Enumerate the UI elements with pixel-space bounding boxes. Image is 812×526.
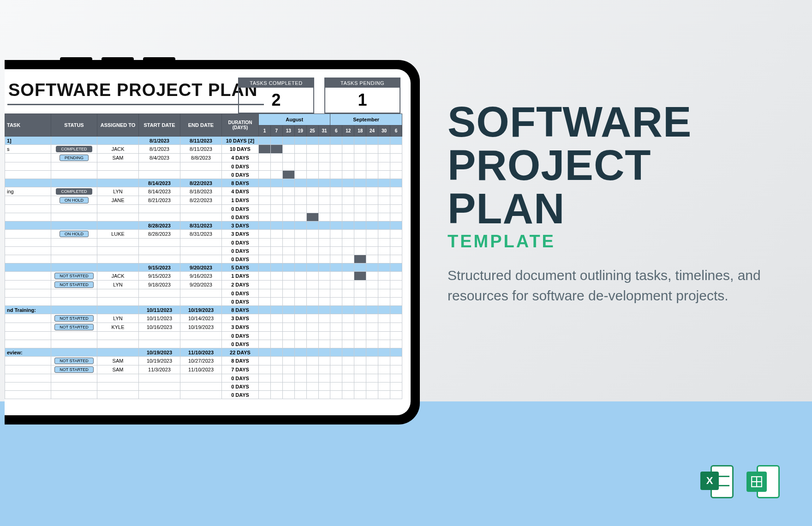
group-header: nd Training:10/11/202310/19/20238 DAYS: [5, 306, 402, 314]
table-row: PENDINGSAM8/4/20238/8/20234 DAYS: [5, 154, 402, 162]
col-task: TASK: [5, 114, 51, 137]
table-row: 0 DAYS: [5, 332, 402, 340]
status-pill: NOT STARTED: [54, 273, 94, 279]
promo-title-line2: PROJECT: [448, 145, 761, 185]
excel-icon: X: [700, 465, 734, 498]
kpi-value: 1: [325, 88, 400, 113]
kpi-label: TASKS PENDING: [325, 78, 400, 88]
status-pill: NOT STARTED: [54, 366, 94, 373]
col-start: START DATE: [139, 114, 180, 137]
gantt-bar: [259, 145, 270, 153]
table-row: 0 DAYS: [5, 298, 402, 306]
status-pill: NOT STARTED: [54, 358, 94, 364]
col-status: STATUS: [51, 114, 97, 137]
day-col-7: 12: [342, 126, 354, 137]
status-pill: PENDING: [60, 155, 89, 161]
group-header: 8/14/20238/22/20238 DAYS: [5, 179, 402, 187]
group-header: 9/15/20239/20/20235 DAYS: [5, 263, 402, 272]
col-duration: DURATION (DAYS): [222, 114, 259, 137]
title-underline: [7, 104, 264, 105]
status-pill: NOT STARTED: [54, 315, 94, 322]
gantt-bar: [283, 171, 294, 179]
group-header: eview:10/19/202311/10/202322 DAYS: [5, 348, 402, 357]
kpi-panel: TASKS COMPLETED 2 TASKS PENDING 1: [238, 78, 400, 114]
status-pill: COMPLETED: [56, 188, 92, 195]
table-row: 0 DAYS: [5, 171, 402, 179]
table-row: sCOMPLETEDJACK8/1/20238/11/202310 DAYS: [5, 145, 402, 154]
status-pill: ON HOLD: [60, 231, 89, 237]
gantt-bar: [307, 213, 318, 221]
day-col-0: 1: [259, 126, 271, 137]
table-row: ON HOLDJANE8/21/20238/22/20231 DAYS: [5, 196, 402, 205]
promo-description: Structured document outlining tasks, tim…: [448, 265, 761, 306]
kpi-value: 2: [239, 88, 313, 113]
table-row: 0 DAYS: [5, 391, 402, 399]
table-row: 0 DAYS: [5, 289, 402, 298]
status-pill: NOT STARTED: [54, 281, 94, 288]
day-col-9: 24: [366, 126, 378, 137]
tablet-hardware-buttons: [60, 55, 185, 60]
promo-title-line1: SOFTWARE: [448, 102, 761, 142]
gantt-bar: [354, 255, 366, 263]
google-sheets-icon: [746, 465, 780, 498]
table-row: NOT STARTEDSAM11/3/202311/10/20237 DAYS: [5, 365, 402, 374]
table-row: NOT STARTEDLYN9/18/20239/20/20232 DAYS: [5, 281, 402, 289]
day-col-1: 7: [270, 126, 282, 137]
kpi-label: TASKS COMPLETED: [239, 78, 313, 88]
status-pill: ON HOLD: [60, 197, 89, 203]
status-pill: COMPLETED: [56, 146, 92, 152]
table-row: NOT STARTEDLYN10/11/202310/14/20233 DAYS: [5, 314, 402, 323]
table-row: ON HOLDLUKE8/28/20238/31/20233 DAYS: [5, 230, 402, 239]
table-row: 0 DAYS: [5, 205, 402, 213]
day-col-6: 6: [330, 126, 342, 137]
day-col-4: 25: [306, 126, 318, 137]
group-header: 8/28/20238/31/20233 DAYS: [5, 221, 402, 230]
day-col-8: 18: [354, 126, 366, 137]
group-header: 1]8/1/20238/11/202310 DAYS [2]: [5, 137, 402, 145]
promo-text: SOFTWARE PROJECT PLAN TEMPLATE Structure…: [448, 102, 761, 306]
grid-icon: [751, 476, 763, 488]
gantt-bar: [271, 145, 282, 153]
day-col-3: 19: [294, 126, 306, 137]
table-row: ingCOMPLETEDLYN8/14/20238/18/20234 DAYS: [5, 187, 402, 196]
table-row: NOT STARTEDSAM10/19/202310/27/20238 DAYS: [5, 357, 402, 365]
app-icons: X: [700, 465, 780, 498]
promo-title-line3: PLAN: [448, 188, 761, 229]
day-col-10: 30: [378, 126, 390, 137]
table-row: NOT STARTEDKYLE10/16/202310/19/20233 DAY…: [5, 323, 402, 332]
status-pill: NOT STARTED: [54, 324, 94, 330]
col-end: END DATE: [180, 114, 222, 137]
plan-table: TASK STATUS ASSIGNED TO START DATE END D…: [5, 114, 402, 399]
table-row: NOT STARTEDJACK9/15/20239/16/20231 DAYS: [5, 272, 402, 281]
kpi-completed: TASKS COMPLETED 2: [238, 78, 314, 114]
table-row: 0 DAYS: [5, 213, 402, 221]
promo-subtitle: TEMPLATE: [448, 232, 761, 251]
tablet-mockup: SOFTWARE PROJECT PLAN TASKS COMPLETED 2 …: [5, 60, 420, 424]
header-row-months: TASK STATUS ASSIGNED TO START DATE END D…: [5, 114, 402, 126]
table-row: 0 DAYS: [5, 374, 402, 383]
kpi-pending: TASKS PENDING 1: [324, 78, 400, 114]
gantt-bar: [354, 272, 366, 280]
month-august: August: [259, 114, 330, 126]
screen: SOFTWARE PROJECT PLAN TASKS COMPLETED 2 …: [5, 69, 411, 415]
table-row: 0 DAYS: [5, 247, 402, 255]
table-row: 0 DAYS: [5, 162, 402, 171]
table-row: 0 DAYS: [5, 239, 402, 247]
table-row: 0 DAYS: [5, 340, 402, 348]
day-col-5: 31: [318, 126, 330, 137]
table-row: 0 DAYS: [5, 383, 402, 391]
col-assigned: ASSIGNED TO: [97, 114, 139, 137]
day-col-11: 6: [390, 126, 402, 137]
day-col-2: 13: [282, 126, 294, 137]
table-row: 0 DAYS: [5, 255, 402, 263]
month-september: September: [330, 114, 402, 126]
